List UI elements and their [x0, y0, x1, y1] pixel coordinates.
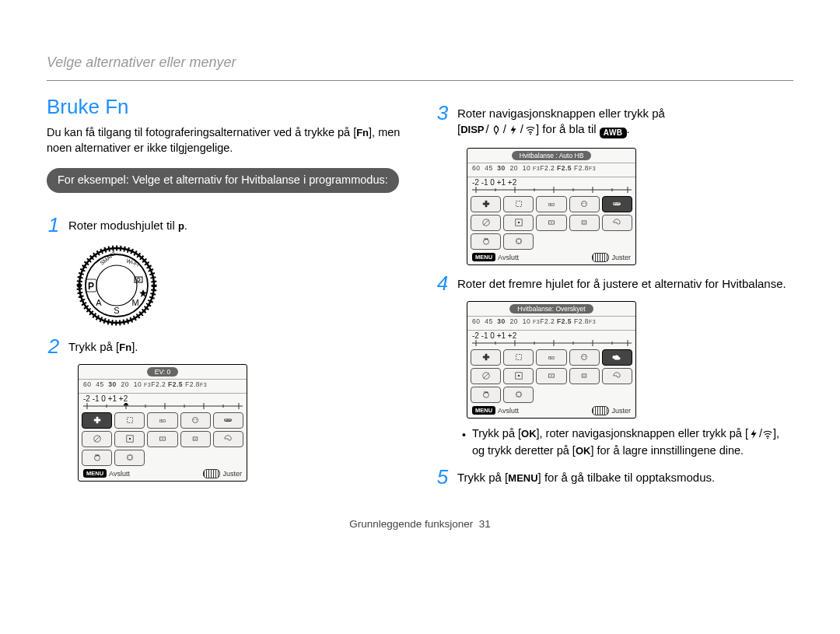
fn-label: Fn	[119, 342, 131, 353]
svg-point-44	[530, 134, 531, 135]
intro-text: Du kan få tilgang til fotograferingsalte…	[47, 125, 404, 156]
foot-exit-label: Avslutt	[498, 254, 519, 261]
lcd-shutter-scale: 60 45 30 20 10 F3F2.2 F2.5 F2.8F3	[467, 163, 635, 177]
cell-area-icon	[503, 368, 534, 384]
cell-color-icon	[213, 431, 243, 447]
svg-text:AWB: AWB	[225, 419, 232, 422]
svg-point-39	[162, 438, 163, 439]
cell-timer-off-icon: OFF	[471, 387, 501, 403]
svg-point-30	[194, 419, 194, 420]
step-4: 4 Roter det fremre hjulet for å justere …	[436, 273, 793, 293]
step-number: 1	[47, 215, 61, 235]
lcd-header: Hvitbalanse : Auto HB	[467, 149, 635, 163]
foot-exit-label: Avslutt	[498, 407, 519, 415]
lcd-ev-ticks	[467, 187, 635, 194]
cell-face-icon	[180, 412, 211, 429]
right-column: 3 Roter navigasjonsknappen eller trykk p…	[436, 95, 793, 495]
svg-rect-94	[518, 375, 520, 377]
svg-text:OFF: OFF	[484, 391, 488, 394]
svg-rect-37	[129, 438, 131, 440]
svg-line-92	[483, 373, 488, 379]
lcd-icon-grid: ISO AWB + OFF	[467, 194, 635, 251]
lcd-exit: MENU Avslutt	[472, 253, 519, 261]
cell-awb-icon: AWB	[213, 412, 243, 429]
step2-suffix: ].	[131, 340, 138, 353]
svg-rect-57	[516, 201, 521, 207]
svg-point-61	[585, 203, 586, 204]
ok-label: OK	[521, 428, 537, 440]
step3-suffix: ] for å bla til	[536, 122, 600, 135]
cell-iso-icon: ISO	[147, 412, 177, 429]
bullet-text: Trykk på [OK], roter navigasjonsknappen …	[472, 426, 793, 459]
step-1: 1 Roter modushjulet til p.	[47, 215, 404, 235]
step-5: 5 Trykk på [MENU] for å gå tilbake til o…	[436, 467, 793, 487]
menu-badge: MENU	[472, 253, 495, 261]
svg-point-31	[196, 419, 197, 420]
lcd-screen-cloudy: Hvitbalanse: Overskyet 60 45 30 20 10 F3…	[467, 301, 636, 419]
step2-prefix: Trykk på [	[68, 340, 119, 353]
svg-point-69	[551, 222, 551, 222]
cell-color-icon	[602, 368, 632, 384]
lcd-icon-grid: ISO + OFF	[467, 348, 635, 405]
lcd-adjust: Juster	[592, 253, 631, 262]
step-body: Roter det fremre hjulet for å justere et…	[457, 273, 786, 292]
wheel-icon	[592, 406, 609, 415]
lcd-shutter-scale: 60 45 30 20 10 F3F2.2 F2.5 F2.8F3	[467, 316, 635, 331]
page-title: Bruke Fn	[47, 95, 404, 119]
lcd-footer: MENU Avslutt Juster	[467, 405, 635, 416]
lcd-header-pill: EV: 0	[147, 367, 178, 377]
svg-point-3	[96, 265, 137, 306]
footer-section: Grunnleggende funksjoner	[349, 518, 473, 530]
cell-focus-icon	[503, 349, 534, 366]
svg-line-35	[94, 436, 100, 442]
svg-rect-26	[96, 417, 98, 423]
cell-metering-icon	[536, 215, 566, 231]
cell-dial-icon: +	[569, 368, 600, 384]
bullet-p4: ] for å lagre innstillingene dine.	[590, 444, 744, 457]
svg-text:A: A	[96, 298, 102, 307]
step-body: Trykk på [Fn].	[68, 336, 138, 355]
step5-suffix: ] for å gå tilbake til opptaksmodus.	[538, 471, 716, 484]
wifi-icon	[762, 429, 773, 444]
svg-point-60	[583, 203, 583, 204]
lcd-footer: MENU Avslutt Juster	[79, 468, 247, 479]
cell-focus-icon	[114, 412, 145, 429]
bullet-note: • Trykk på [OK], roter navigasjonsknappe…	[462, 426, 793, 459]
step5-prefix: Trykk på [	[457, 471, 508, 484]
step-body: Roter modushjulet til p.	[68, 215, 187, 233]
lcd-ev-scale: -2 -1 0 +1 +2	[467, 177, 635, 187]
lcd-ev-ticks	[79, 403, 247, 411]
svg-text:ISO: ISO	[548, 356, 555, 360]
lcd-shutter-scale: 60 45 30 20 10 F3F2.2 F2.5 F2.8F3	[79, 379, 247, 394]
step3-end: .	[627, 122, 630, 135]
lcd-adjust: Juster	[592, 406, 631, 415]
lcd-header: EV: 0	[79, 365, 247, 379]
svg-text:ISO: ISO	[159, 419, 166, 423]
svg-text:OFF: OFF	[484, 238, 488, 241]
step3-line1: Roter navigasjonsknappen eller trykk på	[457, 107, 665, 120]
svg-text:OFF: OFF	[95, 454, 100, 457]
cell-face-icon	[569, 196, 600, 212]
svg-text:M: M	[131, 298, 138, 307]
cell-ev-icon	[471, 196, 501, 212]
svg-point-4	[77, 283, 82, 288]
page-footer: Grunnleggende funksjoner 31	[47, 518, 793, 530]
cell-timer-off-icon: OFF	[471, 233, 501, 250]
fn-label: Fn	[356, 127, 369, 138]
cell-iso-icon: ISO	[536, 196, 566, 212]
step-number: 5	[436, 467, 450, 487]
svg-rect-56	[485, 201, 487, 207]
step-body: Roter navigasjonsknappen eller trykk på …	[457, 103, 665, 140]
cell-color-icon	[602, 215, 632, 231]
foot-exit-label: Avslutt	[109, 470, 130, 478]
ok-label: OK	[576, 445, 591, 457]
cell-flash-off-icon	[82, 431, 112, 447]
svg-rect-27	[127, 418, 132, 423]
footer-page: 31	[479, 518, 491, 530]
lcd-header: Hvitbalanse: Overskyet	[467, 302, 635, 316]
left-column: Bruke Fn Du kan få tilgang til fotografe…	[47, 95, 404, 495]
cell-ois-icon	[114, 450, 145, 466]
step-number: 3	[436, 103, 450, 123]
bullet-p1: Trykk på [	[472, 427, 521, 440]
cell-flash-off-icon	[471, 368, 501, 384]
